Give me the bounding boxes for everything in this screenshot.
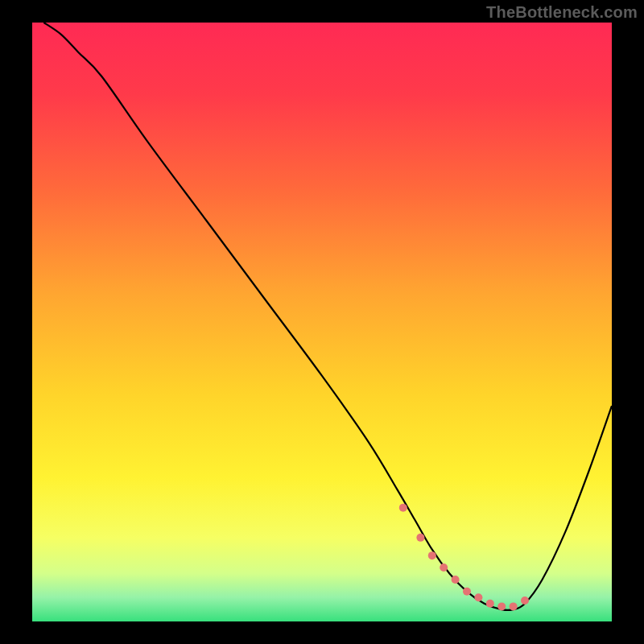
watermark-text: TheBottleneck.com [486,3,638,22]
marker-point [486,600,494,608]
marker-point [497,602,506,610]
marker-point [399,504,407,512]
marker-point [428,551,436,559]
marker-point [521,597,529,605]
chart-frame: TheBottleneck.com [0,0,644,644]
marker-point [474,593,482,601]
marker-point [416,534,424,542]
bottleneck-chart [0,0,644,644]
plot-background [32,23,612,621]
marker-point [440,564,448,572]
marker-point [463,588,471,596]
marker-point [510,602,518,610]
marker-point [452,576,460,584]
